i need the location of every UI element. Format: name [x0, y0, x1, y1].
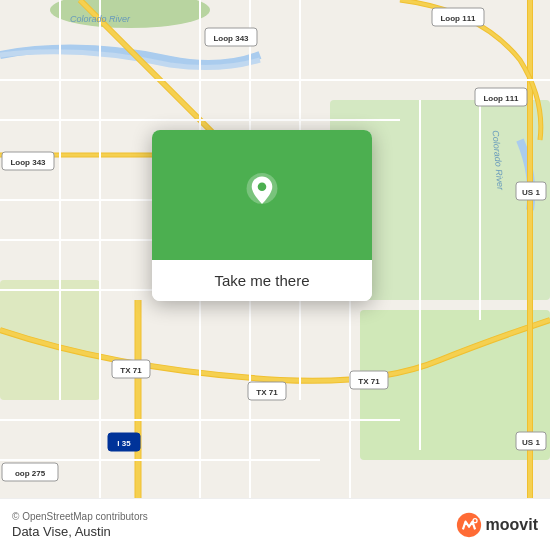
map-container: Loop 343 Loop 111 Loop 111 Loop 343 TX 7… — [0, 0, 550, 550]
card-overlay: Take me there — [152, 130, 372, 301]
location-pin-icon — [244, 173, 280, 209]
svg-text:Loop 343: Loop 343 — [213, 34, 249, 43]
svg-text:TX 71: TX 71 — [120, 366, 142, 375]
svg-text:Loop 343: Loop 343 — [10, 158, 46, 167]
location-text: Data Vise, Austin — [12, 524, 148, 539]
svg-text:Loop 111: Loop 111 — [483, 94, 519, 103]
svg-point-58 — [473, 519, 476, 522]
svg-text:oop 275: oop 275 — [15, 469, 46, 478]
svg-text:TX 71: TX 71 — [256, 388, 278, 397]
card-map-section — [152, 130, 372, 260]
svg-text:US 1: US 1 — [522, 188, 540, 197]
moovit-icon — [456, 512, 482, 538]
svg-text:Loop 111: Loop 111 — [440, 14, 476, 23]
svg-point-55 — [258, 182, 267, 191]
moovit-brand-text: moovit — [486, 516, 538, 534]
take-me-there-button[interactable]: Take me there — [152, 260, 372, 301]
bottom-left-info: © OpenStreetMap contributors Data Vise, … — [12, 511, 148, 539]
svg-text:TX 71: TX 71 — [358, 377, 380, 386]
svg-rect-3 — [0, 280, 100, 400]
moovit-logo: moovit — [456, 512, 538, 538]
bottom-bar: © OpenStreetMap contributors Data Vise, … — [0, 498, 550, 550]
attribution-text: © OpenStreetMap contributors — [12, 511, 148, 522]
svg-text:I 35: I 35 — [117, 439, 131, 448]
svg-text:Colorado River: Colorado River — [70, 14, 131, 24]
svg-text:US 1: US 1 — [522, 438, 540, 447]
